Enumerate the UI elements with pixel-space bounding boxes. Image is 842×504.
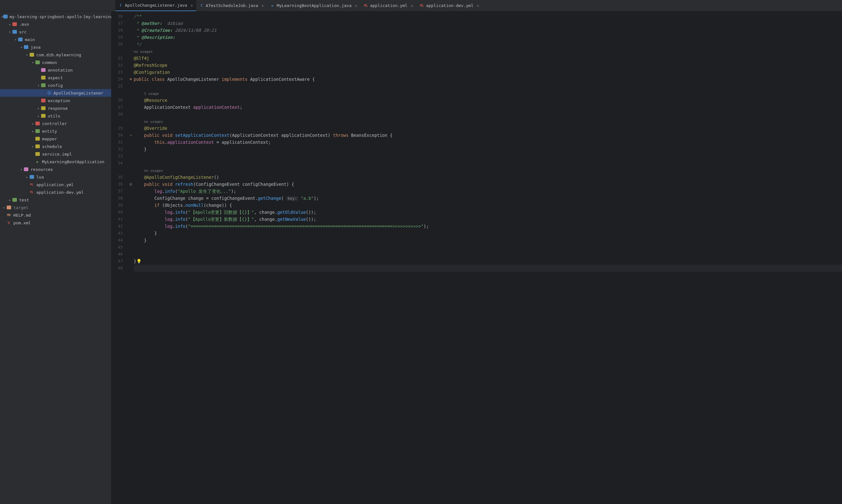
editor-tab[interactable]: CATestScheduleJob.java× <box>196 0 267 11</box>
tree-row-src[interactable]: ▾src <box>0 28 111 36</box>
close-icon[interactable]: × <box>355 3 357 8</box>
chevron-icon: ▸ <box>7 23 12 26</box>
tree-row-java[interactable]: ▾java <box>0 43 111 51</box>
code-editor[interactable]: 1617181920212223242526272829303132333435… <box>111 12 842 504</box>
tree-root[interactable]: ▾ my-learning-springboot-apollo [my-lear… <box>0 13 111 20</box>
project-tree[interactable]: ▾ my-learning-springboot-apollo [my-lear… <box>0 12 111 504</box>
tree-item-label: entity <box>42 129 57 133</box>
tree-row-schedule[interactable]: ▸schedule <box>0 143 111 150</box>
tree-item-label: src <box>19 30 27 34</box>
yml-file-icon: ML <box>29 182 34 187</box>
editor-tab[interactable]: MLapplication.yml× <box>361 0 416 11</box>
tree-root-suffix: [my-learning-spring… <box>83 14 111 19</box>
tree-row-annotation[interactable]: annotation <box>0 66 111 74</box>
tree-item-label: test <box>19 198 29 202</box>
chevron-icon: ▸ <box>36 107 41 110</box>
tree-row--mvn[interactable]: ▸.mvn <box>0 20 111 28</box>
chevron-icon: ▸ <box>2 206 6 209</box>
tree-item-label: application-dev.yml <box>36 190 84 195</box>
folder-icon <box>23 167 29 172</box>
tree-row-com-dzb-mylearning[interactable]: ▾com.dzb.mylearning <box>0 51 111 58</box>
folder-icon <box>35 151 40 157</box>
tree-row-pom-xml[interactable]: Ⅴpom.xml <box>0 219 111 227</box>
tree-row-utils[interactable]: ▸utils <box>0 112 111 120</box>
chevron-icon: ▸ <box>31 129 35 133</box>
folder-icon <box>12 22 17 27</box>
yml-file-icon: ML <box>29 190 34 195</box>
chevron-icon: ▾ <box>25 53 29 57</box>
tree-row-application-dev-yml[interactable]: MLapplication-dev.yml <box>0 188 111 196</box>
tree-row-response[interactable]: ▸response <box>0 104 111 112</box>
tree-item-label: service.impl <box>42 152 72 157</box>
tree-row-controller[interactable]: ▸controller <box>0 120 111 127</box>
tree-item-label: MyLearningBootApplication <box>42 159 104 164</box>
tab-label: application-dev.yml <box>426 3 474 8</box>
tree-item-label: response <box>48 106 68 111</box>
editor-tab[interactable]: MLapplication-dev.yml× <box>416 0 482 11</box>
tree-item-label: common <box>42 60 57 65</box>
tree-row-help-md[interactable]: MDHELP.md <box>0 211 111 219</box>
tree-item-label: utils <box>48 113 60 119</box>
close-icon[interactable]: × <box>411 3 413 8</box>
chevron-icon: ▸ <box>31 145 35 148</box>
tree-row-aspect[interactable]: aspect <box>0 74 111 82</box>
java-class-icon: Ⓒ <box>47 90 52 95</box>
tree-item-label: resources <box>31 167 53 172</box>
tree-row-mylearningbootapplication[interactable]: ▶MyLearningBootApplication <box>0 158 111 165</box>
chevron-icon: ▾ <box>19 46 23 49</box>
folder-icon <box>35 121 40 126</box>
tree-row-config[interactable]: ▾config <box>0 82 111 89</box>
tree-item-label: .mvn <box>19 22 29 27</box>
module-icon <box>3 14 7 19</box>
tree-item-label: ApolloChangeListener <box>53 91 103 95</box>
folder-icon <box>23 44 29 50</box>
folder-icon <box>12 29 17 34</box>
tree-item-label: com.dzb.mylearning <box>36 53 81 57</box>
annotation-gutter-icon[interactable]: @ <box>130 182 132 186</box>
chevron-icon: ▸ <box>36 114 41 118</box>
editor-tab[interactable]: CApolloChangeListener.java× <box>115 0 196 11</box>
tree-row-lua[interactable]: ▸lua <box>0 173 111 181</box>
line-number-gutter: 1617181920212223242526272829303132333435… <box>111 13 128 504</box>
tree-item-label: target <box>13 205 28 210</box>
code-area[interactable]: /** * @author: dzbiao * @CreateTime: 202… <box>134 13 842 504</box>
chevron-icon: ▾ <box>19 168 23 171</box>
folder-icon <box>35 144 40 149</box>
override-gutter-icon[interactable]: ↗ <box>130 133 132 137</box>
tree-row-entity[interactable]: ▸entity <box>0 127 111 135</box>
chevron-icon: ▸ <box>31 122 35 125</box>
close-icon[interactable]: × <box>261 3 264 8</box>
editor-tab[interactable]: ▶MyLearningBootApplication.java× <box>267 0 361 11</box>
tree-row-resources[interactable]: ▾resources <box>0 165 111 173</box>
folder-icon <box>41 83 46 88</box>
java-class-run-icon: ▶ <box>35 159 40 164</box>
class-icon: C <box>119 3 123 7</box>
close-icon[interactable]: × <box>190 3 193 8</box>
tree-row-exception[interactable]: exception <box>0 97 111 104</box>
chevron-icon: ▾ <box>13 38 18 41</box>
tree-row-application-yml[interactable]: MLapplication.yml <box>0 181 111 188</box>
tree-item-label: mapper <box>42 137 57 141</box>
tree-row-common[interactable]: ▾common <box>0 58 111 66</box>
folder-icon <box>41 68 46 73</box>
folder-icon <box>18 37 23 42</box>
gutter-icons: ⬘↗@ <box>128 13 134 504</box>
tree-item-label: pom.xml <box>13 220 31 225</box>
tree-item-label: annotation <box>48 68 73 73</box>
tree-row-main[interactable]: ▾main <box>0 36 111 43</box>
tree-row-test[interactable]: ▸test <box>0 196 111 204</box>
folder-icon <box>35 60 40 65</box>
tree-item-label: schedule <box>42 144 62 149</box>
folder-icon <box>41 98 46 103</box>
tree-row-target[interactable]: ▸target <box>0 204 111 211</box>
tree-item-label: lua <box>36 175 44 179</box>
tree-row-apollochangelistener[interactable]: ⒸApolloChangeListener <box>0 89 111 97</box>
folder-icon <box>29 52 34 57</box>
tree-row-service-impl[interactable]: service.impl <box>0 150 111 158</box>
folder-icon <box>41 113 46 119</box>
implements-gutter-icon[interactable]: ⬘ <box>130 77 132 81</box>
tab-label: ApolloChangeListener.java <box>125 3 187 7</box>
tree-row-mapper[interactable]: mapper <box>0 135 111 143</box>
close-icon[interactable]: × <box>477 3 479 8</box>
tree-item-label: main <box>25 37 35 42</box>
